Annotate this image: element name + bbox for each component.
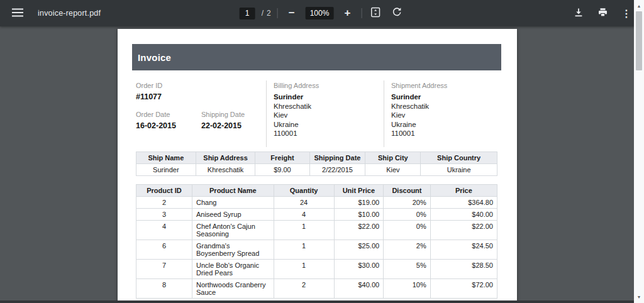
order-dates: Order Date 16-02-2015 Shipping Date 22-0…: [136, 111, 266, 130]
order-id-label: Order ID: [136, 82, 266, 89]
page-total: 2: [267, 9, 271, 18]
table-cell: 10%: [384, 279, 431, 299]
table-row: 7Uncle Bob's Organic Dried Pears1$30.005…: [136, 260, 497, 279]
table-row: SurinderKhreschatik$9.002/22/2015KievUkr…: [136, 164, 497, 176]
table-cell: 2: [274, 279, 334, 299]
document-title: invoice-report.pdf: [38, 9, 101, 18]
ship-info-table: Ship NameShip AddressFreightShipping Dat…: [136, 152, 497, 176]
table-cell: 1: [274, 221, 334, 240]
column-header: Ship Country: [421, 152, 497, 164]
order-date-label: Order Date: [136, 111, 201, 118]
download-icon: [574, 8, 584, 19]
table-cell: 6: [136, 240, 192, 260]
more-options-button[interactable]: ⋮: [619, 6, 634, 21]
fit-to-page-icon: [370, 7, 381, 19]
print-button[interactable]: [595, 6, 610, 21]
order-info-section: Order ID #11077 Order Date 16-02-2015 Sh…: [136, 80, 497, 147]
table-row: 3Aniseed Syrup4$10.000%$40.00: [136, 209, 497, 221]
address-line: Khreschatik: [391, 102, 497, 111]
pdf-viewer: invoice-report.pdf / 2 − 100% +: [0, 0, 644, 303]
shipping-date-value: 22-02-2015: [201, 121, 245, 130]
rotate-counterclockwise-icon: [392, 7, 402, 19]
table-cell: 1: [274, 240, 334, 260]
zoom-out-button[interactable]: −: [284, 6, 299, 21]
table-cell: 5%: [384, 260, 431, 279]
table-cell: 24: [274, 197, 334, 209]
page-separator: /: [262, 9, 264, 18]
table-cell: 0%: [384, 221, 431, 240]
scrollbar-thumb[interactable]: [636, 11, 642, 70]
print-icon: [597, 8, 608, 19]
table-cell: Uncle Bob's Organic Dried Pears: [192, 260, 274, 279]
shipment-address-lines: SurinderKhreschatikKievUkraine110001: [391, 92, 497, 138]
table-cell: 3: [136, 209, 192, 221]
hamburger-icon: [12, 8, 23, 19]
table-cell: $22.00: [430, 221, 497, 240]
table-row: 4Chef Anton's Cajun Seasoning1$22.000%$2…: [136, 221, 497, 240]
table-cell: Chef Anton's Cajun Seasoning: [192, 221, 274, 240]
table-cell: 7: [136, 260, 192, 279]
scroll-up-button[interactable]: ▲: [634, 1, 644, 11]
table-cell: Surinder: [136, 164, 196, 176]
column-header: Ship Address: [196, 152, 255, 164]
table-cell: $40.00: [334, 279, 384, 299]
column-header: Quantity: [274, 185, 334, 197]
table-cell: $72.00: [430, 279, 497, 299]
table-cell: $364.80: [430, 197, 497, 209]
column-header: Ship City: [365, 152, 421, 164]
pdf-page: Invoice Order ID #11077 Order Date 16-02…: [118, 29, 517, 303]
column-header: Product Name: [192, 185, 274, 197]
column-header: Ship Name: [136, 152, 196, 164]
toolbar-right: ⋮: [571, 6, 634, 21]
address-line: Ukraine: [391, 120, 497, 129]
table-cell: $24.50: [430, 240, 497, 260]
bottom-edge-strip: [0, 300, 634, 303]
address-line: Khreschatik: [274, 102, 384, 111]
column-header: Discount: [384, 185, 431, 197]
address-line: Surinder: [274, 92, 384, 102]
billing-address-lines: SurinderKhreschatikKievUkraine110001: [274, 92, 384, 138]
scroll-down-icon: ▼: [637, 295, 641, 299]
table-cell: 2: [136, 197, 192, 209]
rotate-button[interactable]: [389, 6, 404, 21]
toolbar-divider: [277, 8, 278, 18]
table-row: 2Chang24$19.0020%$364.80: [136, 197, 497, 209]
pdf-canvas: Invoice Order ID #11077 Order Date 16-02…: [0, 26, 644, 303]
table-row: 6Grandma's Boysenberry Spread1$25.002%$2…: [136, 240, 497, 260]
address-line: Kiev: [391, 111, 497, 120]
order-date-block: Order Date 16-02-2015: [136, 111, 201, 130]
vertical-scrollbar[interactable]: ▲ ▼: [634, 0, 644, 303]
table-cell: Ukraine: [421, 164, 497, 176]
fit-to-page-button[interactable]: [368, 6, 383, 21]
table-cell: 0%: [384, 209, 431, 221]
toolbar-left: invoice-report.pdf: [10, 6, 101, 21]
download-button[interactable]: [571, 6, 586, 21]
invoice-header-band: Invoice: [132, 44, 501, 70]
table-row: 8Northwoods Cranberry Sauce2$40.0010%$72…: [136, 279, 497, 299]
table-cell: $30.00: [334, 260, 384, 279]
invoice-title: Invoice: [138, 52, 171, 63]
table-cell: 4: [136, 221, 192, 240]
column-header: Unit Price: [334, 185, 384, 197]
table-cell: Aniseed Syrup: [192, 209, 274, 221]
order-id-value: #11077: [136, 92, 266, 101]
table-cell: $9.00: [255, 164, 309, 176]
page-count: / 2: [262, 9, 271, 18]
table-cell: $28.50: [430, 260, 497, 279]
billing-address-label: Billing Address: [274, 82, 384, 89]
table-cell: 4: [274, 209, 334, 221]
address-line: 110001: [274, 129, 384, 138]
scroll-up-icon: ▲: [637, 4, 641, 8]
shipment-address-block: Shipment Address SurinderKhreschatikKiev…: [384, 80, 497, 147]
address-line: Kiev: [274, 111, 384, 120]
zoom-level: 100%: [306, 7, 334, 19]
page-number-input[interactable]: [240, 8, 255, 19]
scroll-down-button[interactable]: ▼: [634, 292, 644, 302]
table-cell: Grandma's Boysenberry Spread: [192, 240, 274, 260]
shipment-address-label: Shipment Address: [391, 82, 497, 89]
zoom-in-button[interactable]: +: [340, 6, 355, 21]
table-cell: $22.00: [334, 221, 384, 240]
address-line: Surinder: [391, 92, 497, 102]
table-cell: 2%: [384, 240, 431, 260]
menu-button[interactable]: [10, 6, 25, 21]
